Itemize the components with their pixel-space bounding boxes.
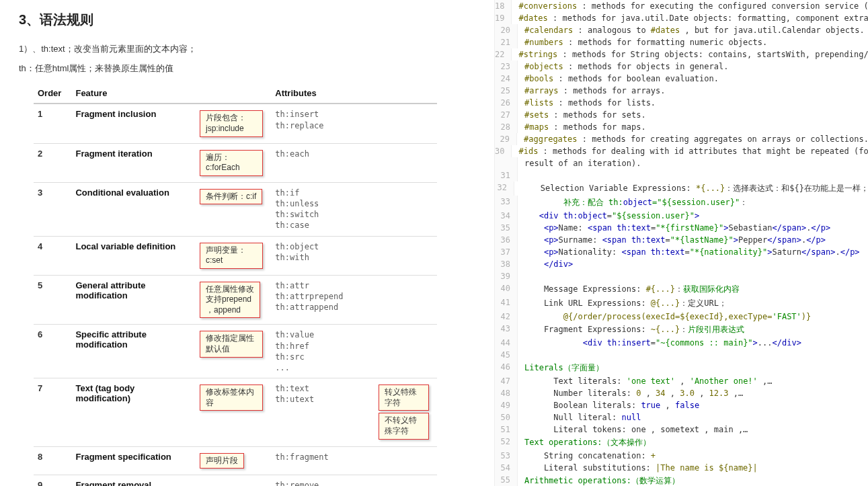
code-line: 20#calendars : analogous to #dates , but… [495, 24, 868, 36]
code-line: 34 <div th:object="${session.user}"> [495, 210, 868, 222]
line-content: <div th:object="${session.user}"> [518, 210, 699, 222]
subline-2: th：任意html属性；来替换原生属性的值 [19, 60, 475, 77]
table-row: 2Fragment iteration遍历：c:forEachth:each [34, 143, 437, 182]
code-line: 31 [495, 169, 868, 181]
code-line: 33 补充：配合 th:object="${session.user}"： [495, 196, 868, 210]
feature-cell: Fragment specification [71, 446, 196, 475]
table-row: 7Text (tag body modification)修改标签体内容th:t… [34, 378, 437, 446]
callout: 任意属性修改 支持prepend ，append [200, 282, 260, 319]
line-content: @{/order/process(execId=${execId},execTy… [518, 311, 811, 323]
line-number: 46 [495, 361, 518, 375]
callout: 遍历：c:forEach [200, 150, 263, 176]
line-content: Number literals: 0 , 34 , 3.0 , 12.3 ,… [518, 387, 743, 399]
line-content: #calendars : analogous to #dates , but f… [518, 24, 865, 36]
side-callout-cell [374, 446, 437, 475]
order-cell: 2 [34, 143, 71, 182]
order-cell: 5 [34, 275, 71, 325]
line-number: 28 [495, 121, 518, 133]
line-number: 55 [495, 474, 518, 486]
line-number: 49 [495, 399, 518, 411]
line-content: Literal substitutions: |The name is ${na… [518, 462, 758, 474]
subline-1: 1）、th:text；改变当前元素里面的文本内容； [19, 41, 475, 58]
side-callout: 转义特殊字符 [379, 384, 429, 411]
line-content: Message Expressions: #{...}：获取国际化内容 [518, 282, 740, 296]
feature-cell: Specific attribute modification [71, 325, 196, 378]
line-number: 31 [495, 169, 518, 181]
code-line: 42 @{/order/process(execId=${execId},exe… [495, 311, 868, 323]
line-number [495, 157, 518, 169]
side-callout-cell [374, 325, 437, 378]
line-content: </div> [518, 258, 573, 270]
code-line: 53 String concatenation: + [495, 450, 868, 462]
callout-cell: 修改标签体内容 [196, 378, 271, 446]
attrs-cell: th:attrth:attrprependth:attrappend [271, 275, 374, 325]
line-number: 43 [495, 323, 518, 337]
code-line: 44 <div th:insert="~{commons :: main}">.… [495, 337, 868, 349]
code-line: 51 Literal tokens: one , sometext , main… [495, 423, 868, 436]
side-callout-cell [374, 104, 437, 143]
line-number: 45 [495, 349, 518, 361]
line-content: <p>Name: <span th:text="*{firstName}">Se… [518, 222, 830, 234]
code-line: 41 Link URL Expressions: @{...}：定义URL； [495, 296, 868, 311]
line-number: 18 [495, 0, 512, 12]
line-number: 38 [495, 258, 518, 270]
line-content: #lists : methods for lists. [518, 97, 656, 109]
line-content: #maps : methods for maps. [518, 121, 646, 133]
section-heading: 3、语法规则 [19, 11, 475, 29]
line-number: 41 [495, 296, 518, 311]
order-cell: 4 [34, 236, 71, 275]
line-content: #sets : methods for sets. [518, 109, 646, 121]
callout-cell [196, 475, 271, 486]
line-number: 54 [495, 462, 518, 474]
line-content: 补充：配合 th:object="${session.user}"： [518, 196, 748, 210]
order-cell: 9 [34, 475, 71, 486]
line-content: Literal tokens: one , sometext , main ,… [518, 423, 748, 436]
line-number: 23 [495, 60, 518, 73]
code-line: 55Arithmetic operations:（数学运算） [495, 474, 868, 486]
line-content: Text operations:（文本操作） [518, 436, 651, 450]
code-line: 39 [495, 270, 868, 282]
feature-cell: Text (tag body modification) [71, 378, 196, 446]
table-row: 5General attribute modification任意属性修改 支持… [34, 275, 437, 325]
attrs-cell: th:remove [271, 475, 374, 486]
line-content: Arithmetic operations:（数学运算） [518, 474, 680, 486]
side-callout-cell: 转义特殊字符不转义特殊字符 [374, 378, 437, 446]
callout: 声明变量：c:set [200, 243, 263, 269]
line-number: 50 [495, 411, 518, 423]
attrs-cell: th:valueth:hrefth:src... [271, 325, 374, 378]
line-content: Selection Variable Expressions: *{...}：选… [514, 181, 868, 196]
syntax-table: OrderFeatureAttributes 1Fragment inclusi… [34, 83, 437, 486]
order-cell: 8 [34, 446, 71, 475]
side-callout-cell [374, 143, 437, 182]
line-content: #aggregates : methods for creating aggre… [517, 133, 868, 145]
table-row: 6Specific attribute modification修改指定属性默认… [34, 325, 437, 378]
line-content: #arrays : methods for arrays. [518, 85, 666, 97]
code-line: 40 Message Expressions: #{...}：获取国际化内容 [495, 282, 868, 296]
code-line: 25#arrays : methods for arrays. [495, 85, 868, 97]
side-callout-cell [374, 236, 437, 275]
line-number: 42 [495, 311, 518, 323]
code-line: 24#bools : methods for boolean evaluatio… [495, 73, 868, 85]
code-line: 23#objects : methods for objects in gene… [495, 60, 868, 73]
line-content: String concatenation: + [518, 450, 656, 462]
line-content [518, 270, 524, 282]
code-line: 45 [495, 349, 868, 361]
code-line: 26#lists : methods for lists. [495, 97, 868, 109]
line-number: 48 [495, 387, 518, 399]
code-line: 48 Number literals: 0 , 34 , 3.0 , 12.3 … [495, 387, 868, 399]
line-content: <p>Nationality: <span th:text="*{nationa… [518, 246, 860, 258]
callout-cell: 片段包含：jsp:include [196, 104, 271, 143]
attrs-cell: th:insertth:replace [271, 104, 374, 143]
code-line: 46Literals（字面量） [495, 361, 868, 375]
feature-cell: Fragment removal [71, 475, 196, 486]
code-line: 38 </div> [495, 258, 868, 270]
line-number: 26 [495, 97, 518, 109]
line-content: <div th:insert="~{commons :: main}">...<… [518, 337, 801, 349]
callout-cell: 声明变量：c:set [196, 236, 271, 275]
line-content: result of an iteration). [518, 157, 641, 169]
code-line: result of an iteration). [495, 157, 868, 169]
line-content: #objects : methods for objects in genera… [518, 60, 728, 73]
code-line: 28#maps : methods for maps. [495, 121, 868, 133]
code-line: 22#strings : methods for String objects:… [495, 48, 868, 60]
line-number: 20 [495, 24, 518, 36]
